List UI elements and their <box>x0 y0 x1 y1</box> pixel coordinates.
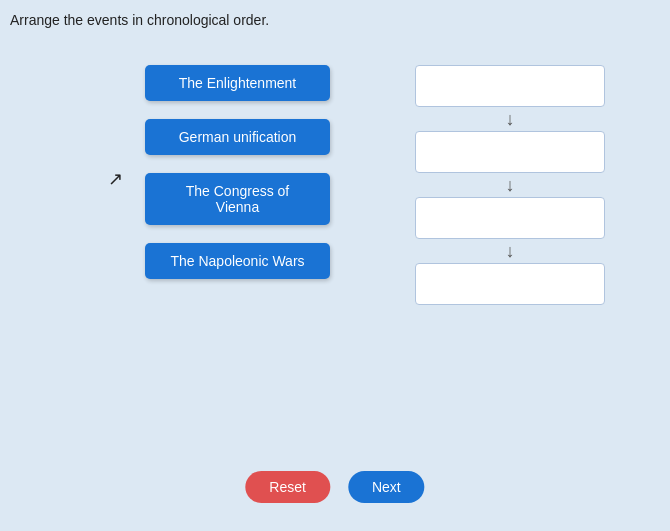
slot-wrapper-4 <box>415 263 605 305</box>
arrow-down-1: ↓ <box>415 110 605 128</box>
buttons-row: Reset Next <box>245 471 424 503</box>
arrow-down-3: ↓ <box>415 242 605 260</box>
slot-wrapper-1 <box>415 65 605 107</box>
source-btn-german-unification[interactable]: German unification <box>145 119 330 155</box>
next-button[interactable]: Next <box>348 471 425 503</box>
instruction-text: Arrange the events in chronological orde… <box>10 12 269 28</box>
target-slots-panel: ↓ ↓ ↓ <box>415 65 605 305</box>
page-container: Arrange the events in chronological orde… <box>0 0 670 531</box>
source-btn-congress-of-vienna[interactable]: The Congress of Vienna <box>145 173 330 225</box>
reset-button[interactable]: Reset <box>245 471 330 503</box>
arrow-down-2: ↓ <box>415 176 605 194</box>
slot-wrapper-3 <box>415 197 605 239</box>
source-btn-napoleonic-wars[interactable]: The Napoleonic Wars <box>145 243 330 279</box>
target-slot-3[interactable] <box>415 197 605 239</box>
source-items-panel: The Enlightenment German unification The… <box>145 65 330 279</box>
target-slot-2[interactable] <box>415 131 605 173</box>
source-btn-enlightenment[interactable]: The Enlightenment <box>145 65 330 101</box>
target-slot-1[interactable] <box>415 65 605 107</box>
target-slot-4[interactable] <box>415 263 605 305</box>
slot-wrapper-2 <box>415 131 605 173</box>
